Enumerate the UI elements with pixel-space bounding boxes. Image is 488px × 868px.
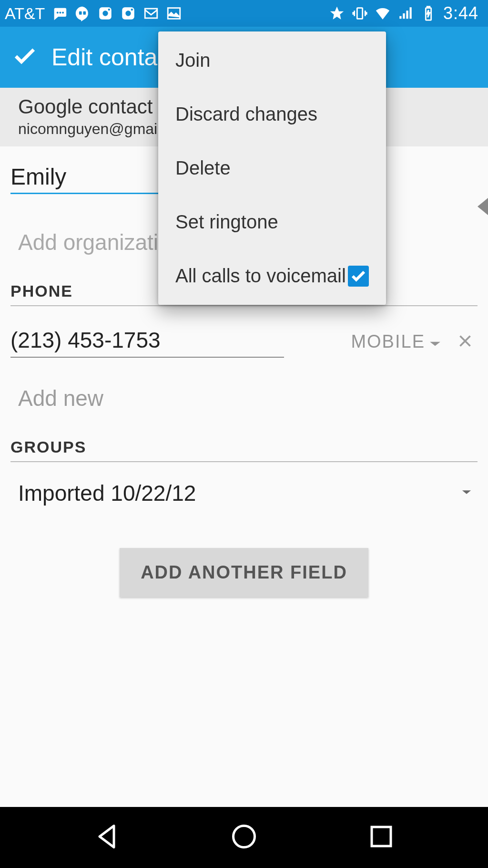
checkbox-checked-icon bbox=[348, 266, 369, 287]
svg-point-6 bbox=[103, 10, 108, 16]
svg-rect-4 bbox=[83, 11, 86, 15]
status-bar: AT&T bbox=[0, 0, 488, 27]
groups-header: GROUPS bbox=[10, 438, 478, 462]
wifi-icon bbox=[375, 5, 391, 21]
svg-rect-11 bbox=[145, 9, 158, 18]
menu-item-ringtone[interactable]: Set ringtone bbox=[158, 195, 386, 249]
sms-icon bbox=[51, 5, 68, 21]
menu-item-label: All calls to voicemail bbox=[175, 265, 346, 287]
menu-item-label: Delete bbox=[175, 157, 231, 179]
phone-type-selector[interactable]: MOBILE bbox=[351, 331, 441, 352]
page-title: Edit contact bbox=[51, 43, 176, 71]
svg-point-16 bbox=[234, 826, 255, 847]
chevron-down-icon bbox=[461, 489, 472, 497]
phone-type-label: MOBILE bbox=[351, 331, 425, 352]
image-icon bbox=[166, 5, 182, 21]
vibrate-icon bbox=[352, 5, 368, 21]
svg-point-2 bbox=[62, 12, 64, 14]
remove-phone-icon[interactable] bbox=[453, 328, 478, 355]
battery-charging-icon bbox=[420, 5, 437, 21]
add-another-field-button[interactable]: ADD ANOTHER FIELD bbox=[120, 548, 368, 597]
svg-point-7 bbox=[108, 9, 110, 10]
recents-button[interactable] bbox=[367, 822, 396, 853]
star-icon bbox=[329, 5, 345, 21]
menu-item-discard[interactable]: Discard changes bbox=[158, 87, 386, 141]
group-selector[interactable]: Imported 10/22/12 bbox=[10, 480, 478, 506]
instagram-icon bbox=[120, 5, 136, 21]
expand-name-icon[interactable] bbox=[478, 198, 488, 215]
svg-point-1 bbox=[60, 12, 61, 14]
menu-item-voicemail[interactable]: All calls to voicemail bbox=[158, 249, 386, 303]
menu-item-delete[interactable]: Delete bbox=[158, 141, 386, 195]
svg-point-10 bbox=[131, 9, 133, 10]
group-value: Imported 10/22/12 bbox=[18, 480, 196, 506]
svg-rect-15 bbox=[427, 7, 430, 8]
menu-item-label: Join bbox=[175, 50, 210, 71]
done-icon[interactable] bbox=[11, 43, 38, 72]
menu-item-label: Discard changes bbox=[175, 103, 317, 125]
clock-label: 3:44 bbox=[443, 3, 478, 23]
svg-point-0 bbox=[57, 12, 59, 14]
svg-rect-13 bbox=[357, 8, 362, 19]
overflow-menu: Join Discard changes Delete Set ringtone… bbox=[158, 31, 386, 305]
svg-rect-17 bbox=[372, 827, 391, 846]
svg-rect-3 bbox=[79, 11, 82, 15]
carrier-label: AT&T bbox=[5, 4, 45, 23]
chevron-down-icon bbox=[429, 331, 441, 352]
hangouts-icon bbox=[74, 5, 91, 21]
svg-point-9 bbox=[126, 10, 131, 16]
gmail-icon bbox=[143, 5, 159, 21]
back-button[interactable] bbox=[92, 822, 121, 853]
add-new-phone-button[interactable]: Add new bbox=[18, 385, 478, 411]
menu-item-join[interactable]: Join bbox=[158, 33, 386, 87]
home-button[interactable] bbox=[230, 822, 258, 853]
instagram-icon bbox=[97, 5, 113, 21]
signal-icon bbox=[397, 5, 414, 21]
phone-number-input[interactable] bbox=[10, 325, 284, 358]
navigation-bar bbox=[0, 807, 488, 868]
menu-item-label: Set ringtone bbox=[175, 211, 278, 233]
